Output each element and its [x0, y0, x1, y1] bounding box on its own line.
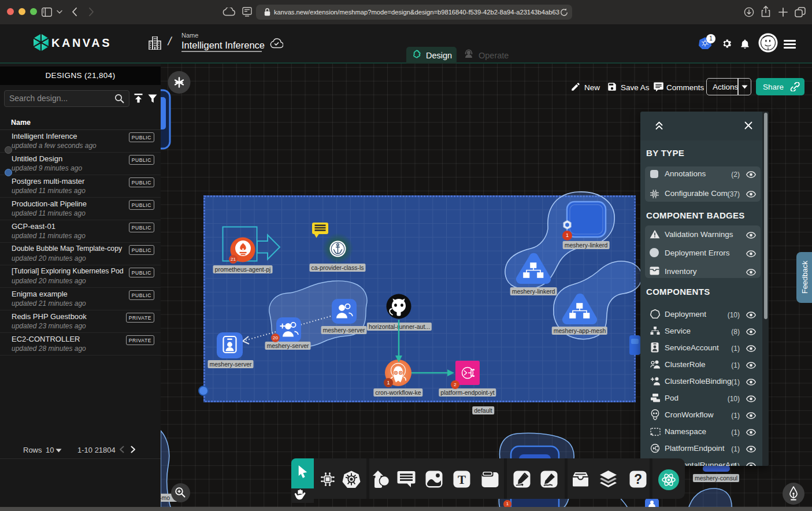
svg-text:T: T	[458, 473, 466, 487]
svg-text:?: ?	[634, 472, 642, 487]
